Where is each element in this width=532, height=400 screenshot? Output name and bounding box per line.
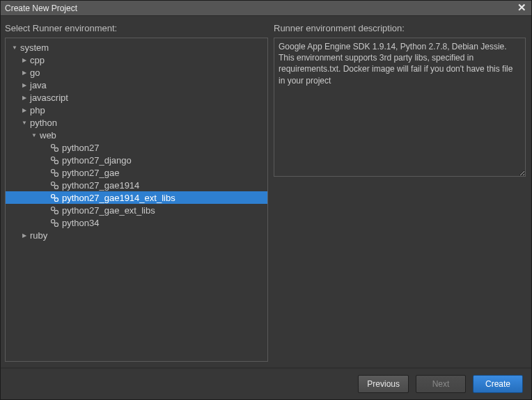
tree-item-label: java bbox=[30, 80, 47, 90]
runner-icon bbox=[49, 205, 59, 215]
tree-item-label: python27_gae_ext_libs bbox=[62, 205, 155, 216]
runner-icon bbox=[49, 218, 59, 227]
runner-icon bbox=[49, 180, 59, 190]
tree-item-python27[interactable]: python27 bbox=[6, 141, 267, 154]
tree-item-python27-gae1914-ext-libs[interactable]: python27_gae1914_ext_libs bbox=[6, 191, 267, 204]
right-pane: Runner environment description: bbox=[274, 20, 526, 362]
titlebar: Create New Project ✕ bbox=[1, 1, 531, 16]
chevron-down-icon[interactable] bbox=[21, 119, 28, 126]
tree-item-label: python27_django bbox=[62, 155, 132, 166]
tree-item-label: php bbox=[30, 105, 45, 115]
left-pane: Select Runner environment: systemcppgoja… bbox=[5, 20, 268, 362]
tree-item-label: ruby bbox=[30, 230, 47, 241]
create-button[interactable]: Create bbox=[473, 375, 523, 393]
chevron-right-icon[interactable] bbox=[21, 232, 28, 239]
tree-item-label: python27 bbox=[62, 143, 100, 153]
tree-item-label: cpp bbox=[30, 55, 45, 65]
tree-item-label: python34 bbox=[62, 218, 100, 228]
tree-item-php[interactable]: php bbox=[6, 104, 267, 116]
svg-point-8 bbox=[51, 194, 54, 198]
svg-point-10 bbox=[51, 207, 54, 210]
svg-point-7 bbox=[54, 185, 58, 189]
runner-icon bbox=[49, 143, 59, 152]
tree-item-go[interactable]: go bbox=[6, 66, 267, 79]
svg-point-4 bbox=[51, 169, 54, 173]
tree-item-cpp[interactable]: cpp bbox=[6, 54, 267, 66]
content-area: Select Runner environment: systemcppgoja… bbox=[1, 16, 531, 367]
chevron-right-icon[interactable] bbox=[21, 56, 28, 63]
tree-item-label: python27_gae bbox=[62, 168, 119, 178]
right-pane-label: Runner environment description: bbox=[274, 20, 526, 38]
chevron-right-icon[interactable] bbox=[21, 69, 28, 76]
chevron-down-icon[interactable] bbox=[31, 131, 38, 138]
create-project-dialog: Create New Project ✕ Select Runner envir… bbox=[0, 0, 532, 400]
left-pane-label: Select Runner environment: bbox=[5, 20, 268, 38]
chevron-right-icon[interactable] bbox=[21, 81, 28, 88]
tree-item-ruby[interactable]: ruby bbox=[6, 229, 267, 241]
svg-point-5 bbox=[54, 173, 58, 176]
svg-point-9 bbox=[54, 198, 58, 201]
runner-icon bbox=[49, 155, 59, 165]
svg-point-0 bbox=[51, 144, 54, 147]
tree-item-web[interactable]: web bbox=[6, 129, 267, 141]
svg-point-6 bbox=[51, 182, 54, 185]
runner-icon bbox=[49, 168, 59, 177]
next-button: Next bbox=[416, 375, 466, 393]
svg-point-12 bbox=[51, 219, 54, 223]
footer: Previous Next Create bbox=[1, 367, 531, 399]
close-icon[interactable]: ✕ bbox=[516, 3, 527, 14]
runner-tree[interactable]: systemcppgojavajavascriptphppythonwebpyt… bbox=[5, 38, 268, 362]
tree-item-java[interactable]: java bbox=[6, 79, 267, 91]
tree-item-python[interactable]: python bbox=[6, 116, 267, 129]
chevron-right-icon[interactable] bbox=[21, 106, 28, 113]
tree-item-python27-gae[interactable]: python27_gae bbox=[6, 166, 267, 179]
tree-item-label: go bbox=[30, 67, 40, 78]
svg-point-1 bbox=[54, 147, 58, 151]
runner-icon bbox=[49, 193, 59, 202]
description-box[interactable] bbox=[274, 38, 526, 177]
tree-item-python27-gae-ext-libs[interactable]: python27_gae_ext_libs bbox=[6, 204, 267, 216]
svg-point-3 bbox=[54, 160, 58, 163]
dialog-title: Create New Project bbox=[5, 3, 516, 13]
tree-item-label: web bbox=[40, 130, 56, 141]
tree-item-label: javascript bbox=[30, 93, 68, 103]
previous-button[interactable]: Previous bbox=[358, 375, 409, 393]
tree-item-python34[interactable]: python34 bbox=[6, 216, 267, 229]
tree-item-label: python27_gae1914 bbox=[62, 180, 139, 191]
tree-item-python27-django[interactable]: python27_django bbox=[6, 154, 267, 166]
tree-item-system[interactable]: system bbox=[6, 41, 267, 54]
svg-point-11 bbox=[54, 210, 58, 214]
tree-item-label: system bbox=[20, 42, 49, 53]
svg-point-2 bbox=[51, 157, 54, 160]
svg-point-13 bbox=[54, 223, 58, 226]
tree-item-label: python bbox=[30, 118, 57, 128]
chevron-down-icon[interactable] bbox=[11, 44, 18, 51]
tree-item-javascript[interactable]: javascript bbox=[6, 91, 267, 104]
tree-item-label: python27_gae1914_ext_libs bbox=[62, 193, 175, 203]
tree-item-python27-gae1914[interactable]: python27_gae1914 bbox=[6, 179, 267, 191]
chevron-right-icon[interactable] bbox=[21, 94, 28, 101]
